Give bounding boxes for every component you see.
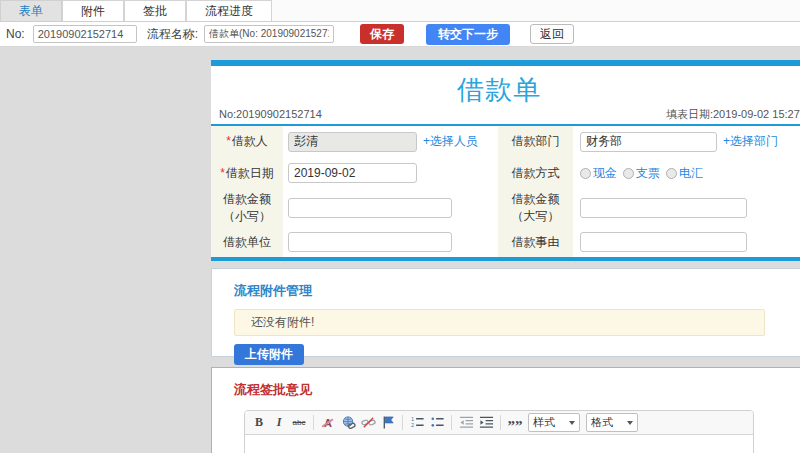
toolbar-separator	[451, 415, 452, 430]
loan-date-input[interactable]	[288, 163, 417, 183]
amount-upper-label: 借款金额（大写）	[498, 189, 573, 227]
radio-cheque[interactable]	[623, 168, 634, 179]
radio-wire-label[interactable]: 电汇	[679, 165, 703, 182]
svg-text:2: 2	[410, 422, 413, 428]
anchor-flag-icon[interactable]	[379, 414, 397, 432]
forward-next-step-button[interactable]: 转交下一步	[426, 24, 510, 45]
radio-cash-label[interactable]: 现金	[593, 165, 617, 182]
increase-indent-icon[interactable]	[477, 414, 495, 432]
approval-panel: 流程签批意见 B I abc A	[211, 367, 800, 453]
radio-cash[interactable]	[580, 168, 591, 179]
action-bar: No: 流程名称: 保存 转交下一步 返回	[0, 22, 800, 47]
link-icon[interactable]	[339, 414, 357, 432]
attachment-panel: 流程附件管理 还没有附件! 上传附件	[211, 268, 800, 357]
amount-lower-input[interactable]	[288, 198, 452, 218]
form-row-2: *借款日期 借款方式 现金 支票 电汇	[211, 157, 800, 189]
decrease-indent-icon[interactable]	[457, 414, 475, 432]
styles-dropdown-label: 样式	[533, 415, 555, 430]
form-row-4: 借款单位 借款事由	[211, 227, 800, 257]
tab-progress[interactable]: 流程进度	[186, 0, 272, 21]
format-dropdown-label: 格式	[591, 415, 613, 430]
editor-toolbar: B I abc A	[245, 411, 753, 435]
loan-reason-input[interactable]	[580, 232, 747, 252]
required-asterisk: *	[226, 134, 231, 148]
toolbar-separator	[402, 415, 403, 430]
select-department-link[interactable]: +选择部门	[723, 133, 778, 150]
loan-form-panel: 借款单 No:20190902152714 填表日期:2019-09-02 15…	[211, 60, 800, 261]
radio-cheque-label[interactable]: 支票	[636, 165, 660, 182]
no-attachment-alert: 还没有附件!	[234, 309, 765, 336]
unlink-icon[interactable]	[359, 414, 377, 432]
numbered-list-icon[interactable]: 1 2	[408, 414, 426, 432]
styles-dropdown[interactable]: 样式	[528, 413, 580, 432]
flow-name-input[interactable]	[204, 25, 334, 43]
tab-attachments[interactable]: 附件	[62, 0, 124, 21]
payment-method-label: 借款方式	[498, 157, 573, 189]
remove-format-icon[interactable]: A	[319, 414, 337, 432]
form-doc-no: No:20190902152714	[219, 108, 322, 120]
rich-text-editor: B I abc A	[244, 410, 754, 453]
loan-reason-label: 借款事由	[498, 227, 573, 257]
borrower-input[interactable]	[288, 132, 417, 152]
attachment-heading: 流程附件管理	[234, 282, 800, 300]
italic-icon[interactable]: I	[270, 414, 288, 432]
bulleted-list-icon[interactable]	[428, 414, 446, 432]
upload-attachment-button[interactable]: 上传附件	[234, 344, 304, 365]
tab-approval[interactable]: 签批	[124, 0, 186, 21]
chevron-down-icon	[627, 421, 633, 425]
format-dropdown[interactable]: 格式	[586, 413, 638, 432]
save-button[interactable]: 保存	[360, 24, 404, 44]
loan-unit-input[interactable]	[288, 232, 452, 252]
tab-bar: 表单 附件 签批 流程进度	[0, 0, 800, 22]
department-label: 借款部门	[498, 126, 573, 157]
bold-icon[interactable]: B	[250, 414, 268, 432]
select-person-link[interactable]: +选择人员	[423, 133, 478, 150]
radio-wire[interactable]	[666, 168, 677, 179]
strikethrough-icon[interactable]: abc	[290, 414, 308, 432]
flow-name-label: 流程名称:	[147, 26, 198, 43]
editor-content-area[interactable]	[245, 435, 753, 453]
payment-method-radios: 现金 支票 电汇	[580, 165, 709, 182]
form-row-1: *借款人 +选择人员 借款部门 +选择部门	[211, 126, 800, 157]
amount-lower-label: 借款金额（小写）	[211, 189, 283, 227]
department-input[interactable]	[580, 132, 717, 152]
toolbar-separator	[500, 415, 501, 430]
tab-form[interactable]: 表单	[0, 0, 62, 21]
back-button[interactable]: 返回	[530, 24, 574, 44]
loan-unit-label: 借款单位	[211, 227, 283, 257]
form-row-3: 借款金额（小写） 借款金额（大写）	[211, 189, 800, 227]
form-fill-date: 填表日期:2019-09-02 15:27:1	[666, 107, 800, 122]
loan-date-label: *借款日期	[211, 157, 283, 189]
borrower-label: *借款人	[211, 126, 283, 157]
form-title: 借款单	[211, 66, 800, 104]
no-input[interactable]	[33, 25, 137, 43]
blockquote-icon[interactable]: ””	[506, 414, 524, 432]
approval-heading: 流程签批意见	[234, 381, 800, 399]
amount-upper-input[interactable]	[580, 198, 747, 218]
svg-text:1: 1	[410, 416, 413, 422]
form-grid: *借款人 +选择人员 借款部门 +选择部门 *借款日期 借款方式	[211, 126, 800, 261]
toolbar-separator	[313, 415, 314, 430]
no-label: No:	[6, 27, 25, 41]
chevron-down-icon	[569, 421, 575, 425]
required-asterisk: *	[220, 166, 225, 180]
